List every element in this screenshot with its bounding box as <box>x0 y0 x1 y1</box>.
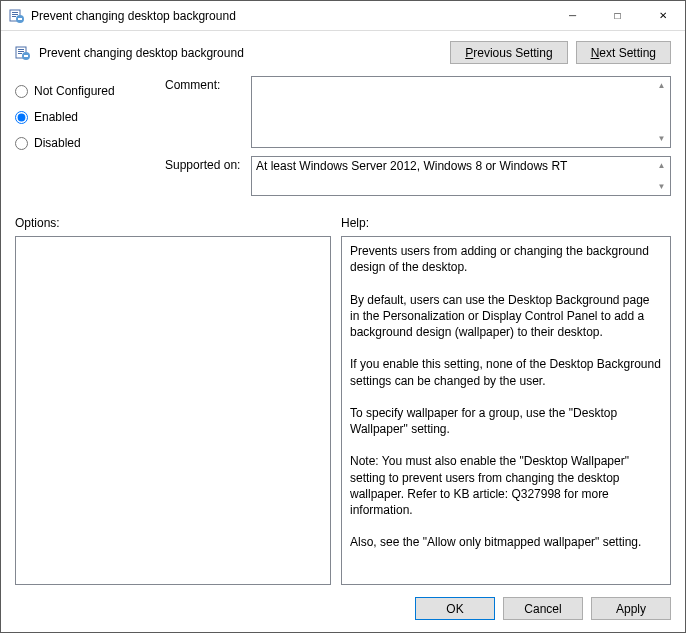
scroll-up-icon: ▲ <box>654 158 669 173</box>
settings-row: Not Configured Enabled Disabled Comment:… <box>1 76 685 204</box>
titlebar: Prevent changing desktop background ─ □ … <box>1 1 685 31</box>
supported-textbox: At least Windows Server 2012, Windows 8 … <box>251 156 671 196</box>
previous-setting-button[interactable]: Previous Setting <box>450 41 567 64</box>
help-label: Help: <box>341 216 369 230</box>
maximize-button[interactable]: □ <box>595 1 640 30</box>
fields-column: Comment: ▲ ▼ Supported on: At least Wind… <box>165 76 671 204</box>
close-button[interactable]: ✕ <box>640 1 685 30</box>
svg-rect-8 <box>18 51 24 52</box>
svg-rect-5 <box>18 18 22 20</box>
svg-rect-7 <box>18 49 24 50</box>
scroll-up-icon[interactable]: ▲ <box>654 78 669 93</box>
header: Prevent changing desktop background Prev… <box>1 31 685 76</box>
supported-label: Supported on: <box>165 156 251 172</box>
scroll-down-icon[interactable]: ▼ <box>654 131 669 146</box>
minimize-button[interactable]: ─ <box>550 1 595 30</box>
radio-not-configured[interactable]: Not Configured <box>15 84 145 98</box>
svg-rect-11 <box>24 55 28 57</box>
options-pane <box>15 236 331 585</box>
radio-enabled-input[interactable] <box>15 111 28 124</box>
next-setting-button[interactable]: Next Setting <box>576 41 671 64</box>
radio-disabled[interactable]: Disabled <box>15 136 145 150</box>
help-pane: Prevents users from adding or changing t… <box>341 236 671 585</box>
policy-icon <box>9 8 25 24</box>
apply-button[interactable]: Apply <box>591 597 671 620</box>
comment-label: Comment: <box>165 76 251 92</box>
ok-button[interactable]: OK <box>415 597 495 620</box>
radio-not-configured-input[interactable] <box>15 85 28 98</box>
svg-rect-9 <box>18 53 22 54</box>
state-radio-group: Not Configured Enabled Disabled <box>15 76 145 204</box>
radio-enabled[interactable]: Enabled <box>15 110 145 124</box>
cancel-button[interactable]: Cancel <box>503 597 583 620</box>
radio-disabled-input[interactable] <box>15 137 28 150</box>
scroll-down-icon: ▼ <box>654 179 669 194</box>
svg-rect-3 <box>12 16 16 17</box>
options-label: Options: <box>15 216 341 230</box>
svg-rect-2 <box>12 14 18 15</box>
panes: Prevents users from adding or changing t… <box>1 236 685 585</box>
window-title: Prevent changing desktop background <box>31 9 550 23</box>
policy-icon <box>15 45 31 61</box>
footer: OK Cancel Apply <box>1 585 685 632</box>
mid-labels: Options: Help: <box>1 204 685 236</box>
header-title: Prevent changing desktop background <box>39 46 442 60</box>
svg-rect-1 <box>12 12 18 13</box>
comment-textbox[interactable]: ▲ ▼ <box>251 76 671 148</box>
